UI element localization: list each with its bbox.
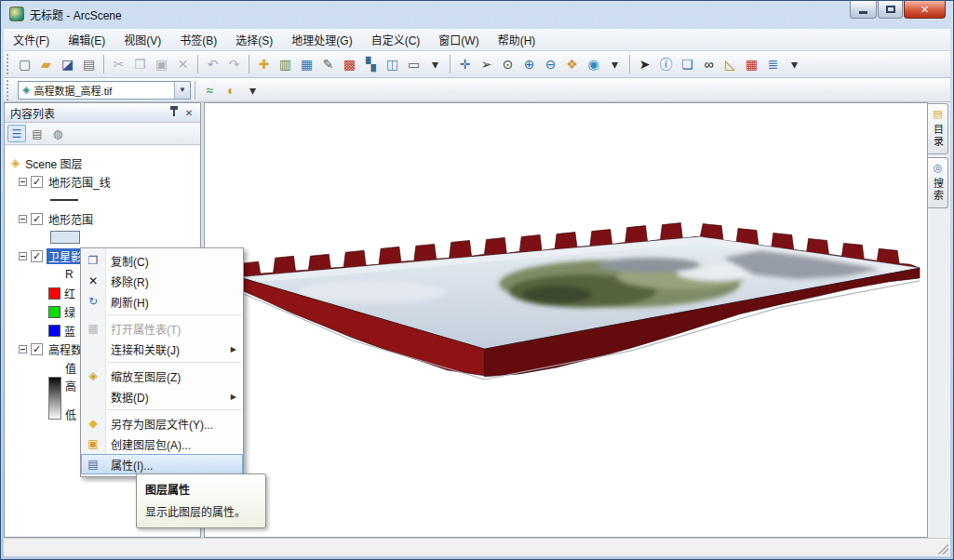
menu-item-customize[interactable]: 自定义(C)	[362, 28, 430, 51]
menu-item-zoom-to-layer[interactable]: ◈ 缩放至图层(Z)	[81, 366, 243, 386]
red-band-chip[interactable]	[48, 287, 60, 300]
layer-checkbox[interactable]: ✓	[31, 176, 43, 188]
maximize-button[interactable]	[878, 1, 903, 19]
layer-label[interactable]: 地形范围	[47, 211, 95, 227]
save-button[interactable]: ◪	[57, 54, 78, 75]
green-band-chip[interactable]	[48, 306, 60, 318]
pin-panel-button[interactable]	[167, 106, 181, 120]
command-line-button[interactable]: ▭	[403, 54, 424, 75]
toolbar-grip[interactable]	[7, 54, 11, 74]
layer-checkbox[interactable]: ✓	[31, 343, 43, 355]
menu-item-selection[interactable]: 选择(S)	[226, 28, 282, 51]
viewer-dropdown-button[interactable]: ▾	[784, 54, 805, 75]
print-button[interactable]: ▤	[78, 54, 100, 75]
menu-item-edit[interactable]: 编辑(E)	[59, 28, 114, 51]
paste-button[interactable]: ▣	[151, 54, 172, 75]
layer-row-terrain-extent[interactable]: ✓ 地形范围	[6, 209, 199, 228]
arctoolbox-button[interactable]: ▩	[339, 54, 360, 75]
layer-row-terrain-extent-line[interactable]: ✓ 地形范围_线	[6, 172, 199, 191]
layer-label[interactable]: 地形范围_线	[47, 174, 113, 190]
illumination-button[interactable]: ◐	[221, 79, 242, 100]
menu-item-save-as-layer-file[interactable]: ◆ 另存为图层文件(Y)...	[81, 413, 243, 433]
minimize-button[interactable]	[850, 1, 877, 19]
redo-button[interactable]: ↷	[223, 54, 245, 75]
tools-dropdown-button[interactable]: ▾	[424, 54, 446, 75]
add-basemap-button[interactable]: ▥	[275, 54, 296, 75]
orbit-button[interactable]: ⊙	[497, 54, 518, 75]
layer-combo[interactable]: ◈ 高程数据_高程.tif ▼	[18, 81, 191, 100]
list-by-visibility-button[interactable]: ◍	[48, 125, 67, 142]
full-extent-button[interactable]: ◉	[583, 54, 604, 75]
menu-item-window[interactable]: 窗口(W)	[429, 28, 488, 51]
search-tab[interactable]: ◎ 搜索	[928, 157, 948, 208]
list-by-source-button[interactable]: ▤	[28, 125, 47, 142]
collapse-icon[interactable]	[19, 252, 27, 260]
navigate-button[interactable]: ✛	[454, 54, 476, 75]
collapse-icon[interactable]	[19, 215, 27, 223]
menu-item-file[interactable]: 文件(F)	[4, 28, 59, 51]
list-by-drawing-order-button[interactable]: ☰	[7, 125, 26, 142]
color-ramp[interactable]	[48, 377, 61, 420]
delete-button[interactable]: ✕	[172, 54, 194, 75]
menu-item-help[interactable]: 帮助(H)	[489, 28, 545, 51]
effects-button[interactable]: ▦	[741, 54, 762, 75]
composite-label: R	[65, 268, 74, 281]
close-icon: ✕	[920, 4, 929, 16]
base-heights-button[interactable]: ≈	[199, 79, 221, 100]
close-button[interactable]: ✕	[904, 1, 946, 19]
blue-band-chip[interactable]	[48, 325, 60, 337]
find-button[interactable]: ∞	[698, 54, 719, 75]
menu-item-remove[interactable]: ✕ 移除(R)	[81, 271, 243, 291]
fly-button[interactable]: ➢	[476, 54, 497, 75]
line-symbol[interactable]	[50, 199, 78, 201]
tree-root-row[interactable]: ◈ Scene 图层	[6, 153, 199, 172]
symbol-row[interactable]	[6, 228, 199, 247]
menu-item-joins-relates[interactable]: 连接和关联(J) ▶	[81, 339, 243, 359]
pan-button[interactable]: ❖	[561, 54, 583, 75]
collapse-icon[interactable]	[19, 345, 27, 353]
model-builder-button[interactable]: ◫	[382, 54, 403, 75]
catalog-icon: ▤	[933, 109, 942, 119]
menu-item-bookmarks[interactable]: 书签(B)	[170, 28, 226, 51]
titlebar[interactable]: 无标题 - ArcScene ✕	[1, 1, 953, 27]
catalog-tab[interactable]: ▤ 目录	[928, 103, 948, 154]
toolbar-grip[interactable]	[7, 80, 11, 100]
copy-button[interactable]: ❐	[129, 54, 151, 75]
viewer-window-button[interactable]: ≣	[762, 54, 784, 75]
html-popup-button[interactable]: ❏	[677, 54, 698, 75]
menu-item-properties[interactable]: ▤ 属性(I)...	[81, 454, 243, 474]
layer-more-dropdown-button[interactable]: ▾	[242, 79, 263, 100]
menu-item-data[interactable]: 数据(D) ▶	[81, 386, 243, 407]
menu-item-create-layer-package[interactable]: ▣ 创建图层包(A)...	[81, 433, 243, 454]
select-elements-button[interactable]: ➤	[634, 54, 655, 75]
measure-button[interactable]: ◺	[719, 54, 741, 75]
cut-button[interactable]: ✂	[108, 54, 129, 75]
menu-item-copy[interactable]: ❐ 复制(C)	[81, 250, 243, 271]
scene-3d-view[interactable]	[204, 102, 928, 538]
zoom-out-button[interactable]: ⊖	[540, 54, 561, 75]
open-folder-button[interactable]: ▰	[35, 54, 57, 75]
scene-layers-label[interactable]: Scene 图层	[23, 155, 84, 171]
resize-grip[interactable]	[937, 543, 948, 554]
python-window-button[interactable]: ▚	[360, 54, 382, 75]
layer-checkbox[interactable]: ✓	[31, 213, 43, 225]
menu-item-view[interactable]: 视图(V)	[114, 28, 170, 51]
symbol-row[interactable]	[6, 191, 199, 209]
toc-toolbar: ☰ ▤ ◍	[5, 123, 200, 145]
combo-dropdown-arrow[interactable]: ▼	[174, 82, 190, 99]
menu-item-refresh[interactable]: ↻ 刷新(H)	[81, 291, 243, 312]
fill-symbol[interactable]	[50, 231, 80, 244]
identify-button[interactable]: ⓘ	[655, 54, 677, 75]
new-document-button[interactable]: ▢	[14, 54, 35, 75]
close-panel-button[interactable]: ✕	[181, 106, 196, 120]
zoom-in-button[interactable]: ⊕	[518, 54, 540, 75]
undo-button[interactable]: ↶	[202, 54, 223, 75]
collapse-icon[interactable]	[19, 178, 27, 186]
extent-dropdown-button[interactable]: ▾	[604, 54, 625, 75]
menu-item-geoprocessing[interactable]: 地理处理(G)	[282, 28, 361, 51]
catalog-tab-label: 目录	[931, 124, 946, 148]
add-data-button[interactable]: ✚	[253, 54, 275, 75]
editor-button[interactable]: ✎	[317, 54, 339, 75]
layer-checkbox[interactable]: ✓	[31, 250, 43, 262]
open-table-button[interactable]: ▦	[296, 54, 317, 75]
